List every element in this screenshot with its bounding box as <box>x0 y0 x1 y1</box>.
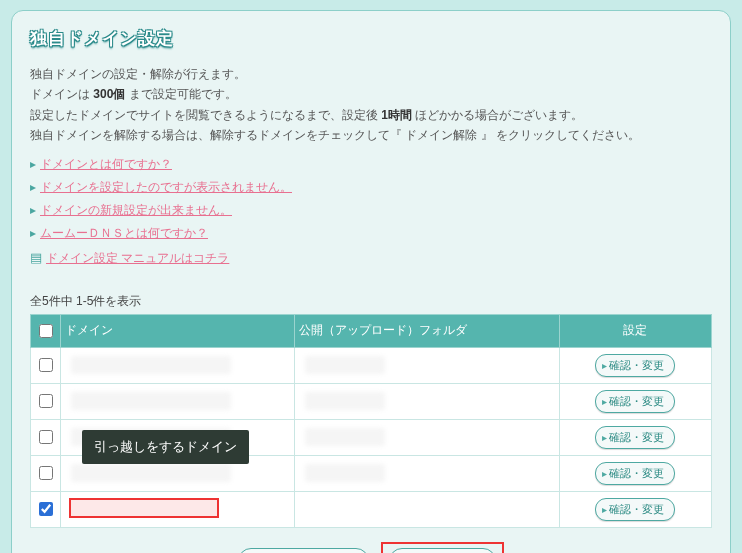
domain-cell <box>61 491 295 527</box>
faq-list: ドメインとは何ですか？ ドメインを設定したのですが表示されません。 ドメインの新… <box>30 156 712 242</box>
intro-line3a: 設定したドメインでサイトを閲覧できるようになるまで、設定後 <box>30 108 381 122</box>
remove-domain-button[interactable]: ドメイン解除 <box>389 548 496 553</box>
manual-link[interactable]: ドメイン設定 マニュアルはコチラ <box>46 251 229 265</box>
intro-line2c: まで設定可能です。 <box>125 87 236 101</box>
redacted <box>305 356 385 374</box>
confirm-change-button[interactable]: 確認・変更 <box>595 426 675 449</box>
redacted <box>71 356 231 374</box>
redacted <box>71 392 231 410</box>
folder-cell <box>295 491 559 527</box>
intro-line3c: ほどかかる場合がございます。 <box>412 108 583 122</box>
table-row: 確認・変更 <box>31 383 712 419</box>
intro-line2a: ドメインは <box>30 87 93 101</box>
faq-link-1[interactable]: ドメインとは何ですか？ <box>40 157 172 171</box>
record-count: 全5件中 1-5件を表示 <box>30 293 712 310</box>
select-all-checkbox[interactable] <box>39 324 53 338</box>
redacted <box>305 428 385 446</box>
highlighted-domain <box>69 498 219 518</box>
row-checkbox[interactable] <box>39 358 53 372</box>
folder-cell <box>295 419 559 455</box>
document-icon: ▤ <box>30 250 42 265</box>
header-check <box>31 314 61 347</box>
table-row: 確認・変更 <box>31 347 712 383</box>
confirm-change-button[interactable]: 確認・変更 <box>595 354 675 377</box>
confirm-change-button[interactable]: 確認・変更 <box>595 462 675 485</box>
page-title: 独自ドメイン設定 <box>30 27 712 50</box>
confirm-change-button[interactable]: 確認・変更 <box>595 390 675 413</box>
header-domain: ドメイン <box>61 314 295 347</box>
table-wrap: ドメイン 公開（アップロード）フォルダ 設定 確認・変更 確認・変更 <box>30 314 712 528</box>
bottom-actions: 独自ドメイン設定 ドメイン解除 <box>30 542 712 553</box>
redacted <box>305 392 385 410</box>
domain-cell <box>61 347 295 383</box>
add-domain-button[interactable]: 独自ドメイン設定 <box>238 548 369 553</box>
confirm-change-button[interactable]: 確認・変更 <box>595 498 675 521</box>
row-checkbox[interactable] <box>39 394 53 408</box>
folder-cell <box>295 455 559 491</box>
intro-line3b: 1時間 <box>381 108 412 122</box>
header-action: 設定 <box>559 314 711 347</box>
faq-item: ドメインを設定したのですが表示されません。 <box>30 179 712 196</box>
row-checkbox[interactable] <box>39 502 53 516</box>
faq-item: ドメインの新規設定が出来ません。 <box>30 202 712 219</box>
folder-cell <box>295 347 559 383</box>
domain-table: ドメイン 公開（アップロード）フォルダ 設定 確認・変更 確認・変更 <box>30 314 712 528</box>
domain-cell <box>61 383 295 419</box>
faq-link-4[interactable]: ムームーＤＮＳとは何ですか？ <box>40 226 208 240</box>
faq-link-3[interactable]: ドメインの新規設定が出来ません。 <box>40 203 232 217</box>
row-checkbox[interactable] <box>39 466 53 480</box>
row-checkbox[interactable] <box>39 430 53 444</box>
faq-item: ムームーＤＮＳとは何ですか？ <box>30 225 712 242</box>
intro-line1: 独自ドメインの設定・解除が行えます。 <box>30 67 246 81</box>
faq-link-2[interactable]: ドメインを設定したのですが表示されません。 <box>40 180 292 194</box>
intro-line4: 独自ドメインを解除する場合は、解除するドメインをチェックして『 ドメイン解除 』… <box>30 128 640 142</box>
faq-item: ドメインとは何ですか？ <box>30 156 712 173</box>
domain-settings-panel: 独自ドメイン設定 独自ドメインの設定・解除が行えます。 ドメインは 300個 ま… <box>11 10 731 553</box>
redacted <box>305 464 385 482</box>
remove-highlight-frame: ドメイン解除 <box>381 542 504 553</box>
intro-text: 独自ドメインの設定・解除が行えます。 ドメインは 300個 まで設定可能です。 … <box>30 64 712 146</box>
header-folder: 公開（アップロード）フォルダ <box>295 314 559 347</box>
manual-link-row: ▤ドメイン設定 マニュアルはコチラ <box>30 250 712 267</box>
folder-cell <box>295 383 559 419</box>
table-row: 確認・変更 <box>31 491 712 527</box>
redacted <box>71 464 231 482</box>
intro-line2b: 300個 <box>93 87 125 101</box>
tooltip: 引っ越しをするドメイン <box>82 430 249 464</box>
